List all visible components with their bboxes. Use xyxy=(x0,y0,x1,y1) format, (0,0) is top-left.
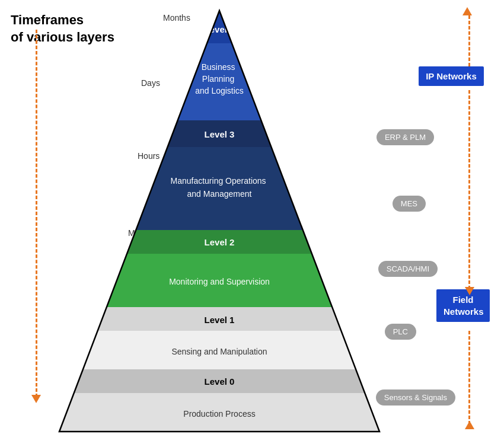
right-arrow-up-top xyxy=(462,7,472,15)
level3-content-bg xyxy=(136,147,302,230)
pill-erp-plm: ERP & PLM xyxy=(377,129,434,145)
level4-sublabel: Business Planning and Logistics xyxy=(195,62,244,95)
level4-label: Level 4 xyxy=(205,24,235,34)
pill-sensors-signals: Sensors & Signals xyxy=(376,389,455,406)
right-dashed-mid xyxy=(468,90,470,289)
right-dashed-bot xyxy=(468,331,470,424)
level1-sublabel: Sensing and Manipulation xyxy=(171,347,267,356)
level0-sublabel: Production Process xyxy=(183,409,255,419)
pyramid-svg: Level 4 Business Planning and Logistics … xyxy=(53,5,385,438)
pill-scada-hmi: SCADA/HMI xyxy=(378,261,438,277)
right-dashed-top xyxy=(468,15,470,66)
level0-label: Level 0 xyxy=(205,376,235,387)
level3-label: Level 3 xyxy=(205,129,235,139)
pill-plc: PLC xyxy=(385,324,416,340)
main-container: Timeframes of various layers Months Days… xyxy=(0,0,504,447)
field-networks-box: FieldNetworks xyxy=(436,289,490,322)
right-arrow-up-bot xyxy=(465,421,474,429)
level2-sublabel: Monitoring and Supervision xyxy=(169,277,270,286)
level1-label: Level 1 xyxy=(205,315,235,325)
pill-mes: MES xyxy=(393,196,426,212)
ip-networks-box: IP Networks xyxy=(419,66,484,86)
left-arrow-down xyxy=(31,395,41,403)
left-arrow-line xyxy=(36,30,37,397)
right-arrow-down xyxy=(465,287,474,295)
level2-label: Level 2 xyxy=(205,237,235,247)
